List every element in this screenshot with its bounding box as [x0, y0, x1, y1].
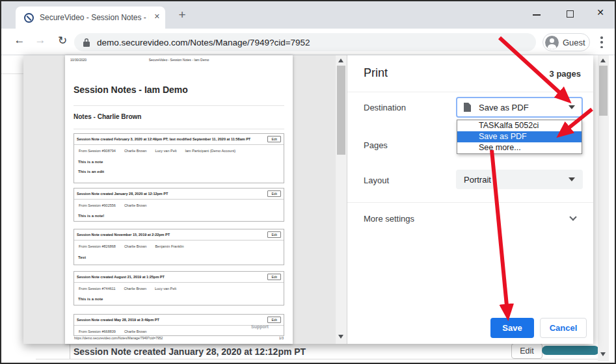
dialog-divider — [347, 202, 593, 203]
paper-footer-page-number: 1/3 — [279, 336, 284, 340]
more-settings[interactable]: More settings — [364, 214, 414, 224]
new-tab-button[interactable]: + — [174, 8, 190, 23]
note-header: Session Note created May 28, 2019 at 3:4… — [77, 318, 159, 322]
destination-menu: TASKalfa 5052ci Save as PDF See more... — [457, 120, 582, 154]
support-widget[interactable] — [542, 346, 599, 355]
reload-icon[interactable]: ↻ — [55, 34, 70, 47]
layout-label: Layout — [364, 176, 389, 185]
dialog-title: Print — [364, 66, 388, 80]
window-close-icon[interactable]: ✕ — [591, 7, 610, 18]
note-edit-button: Edit — [267, 317, 281, 323]
profile-chip[interactable]: Guest — [542, 33, 590, 51]
note-meta: Charlie Brown — [124, 149, 147, 153]
caret-down-icon — [569, 177, 575, 181]
page-panel-border — [70, 344, 70, 359]
pages-label: Pages — [364, 140, 388, 150]
menu-item-printer[interactable]: TASKalfa 5052ci — [457, 120, 582, 131]
window-maximize-icon[interactable] — [567, 10, 574, 18]
note-body: This is a note — [74, 297, 284, 301]
profile-label: Guest — [563, 38, 585, 47]
note-header: Session Note created August 21, 2019 at … — [77, 275, 165, 279]
page-divider — [1, 73, 25, 74]
scroll-up-icon[interactable] — [600, 58, 606, 62]
preview-paper: 10/30/2020 SecureVideo - Session Notes -… — [65, 55, 293, 344]
note-meta: Charlie Brown — [124, 330, 147, 333]
window-minimize-icon[interactable] — [533, 14, 541, 16]
browser-toolbar: ← → ↻ demo.securevideo.com/Notes/Manage/… — [1, 29, 615, 55]
note-card: Session Note created November 15, 2019 a… — [74, 229, 284, 265]
cancel-button[interactable]: Cancel — [540, 318, 587, 338]
paper-header-title: SecureVideo - Session Notes - Iam Demo — [65, 58, 293, 62]
dialog-divider — [347, 92, 593, 92]
page-edit-button[interactable]: Edit — [511, 343, 542, 359]
note-meta: Charlie Brown — [124, 244, 147, 248]
paper-section-title: Notes - Charlie Brown — [74, 113, 141, 120]
page-rule — [36, 359, 607, 359]
note-meta: Iam Participant (Demo Account) — [185, 149, 235, 153]
paper-title: Session Notes - Iam Demo — [74, 84, 188, 95]
note-edit-button: Edit — [267, 136, 281, 142]
securevideo-favicon-icon — [24, 13, 34, 23]
destination-label: Destination — [364, 103, 406, 112]
tab-title: SecureVideo - Session Notes - Ia — [40, 13, 149, 22]
preview-scrollbar-thumb[interactable] — [337, 66, 345, 155]
menu-item-see-more[interactable]: See more... — [457, 142, 582, 153]
preview-scrollbar[interactable] — [336, 55, 347, 344]
note-meta: From Session #908794 — [79, 149, 116, 153]
menu-item-save-as-pdf[interactable]: Save as PDF — [457, 131, 582, 142]
paper-divider — [74, 105, 284, 106]
back-icon[interactable]: ← — [12, 34, 27, 47]
caret-down-icon — [569, 105, 575, 109]
note-body: This is a note — [74, 160, 284, 164]
url-text: demo.securevideo.com/Notes/Manage/7949?c… — [97, 38, 310, 47]
print-dialog: Print 3 pages Destination Save as PDF TA… — [347, 55, 593, 344]
note-body: This is a note! — [74, 214, 284, 218]
address-bar[interactable]: demo.securevideo.com/Notes/Manage/7949?c… — [74, 33, 536, 51]
note-body: Test — [74, 255, 284, 259]
note-meta: From Session #668839 — [79, 330, 116, 333]
note-card: Session Note created February 3, 2020 at… — [74, 133, 284, 183]
scroll-down-icon[interactable] — [338, 335, 343, 339]
scroll-up-icon[interactable] — [338, 58, 343, 62]
note-edit-button: Edit — [267, 190, 281, 197]
paper-divider — [74, 129, 284, 129]
browser-menu-icon[interactable] — [596, 36, 607, 49]
avatar-icon — [545, 36, 559, 49]
note-header: Session Note created November 15, 2019 a… — [77, 233, 170, 237]
note-edit-button: Edit — [267, 274, 281, 280]
note-meta: Lucy van Pelt — [155, 287, 176, 291]
page-count: 3 pages — [550, 69, 581, 79]
layout-value: Portrait — [464, 175, 569, 185]
note-meta: Lucy van Pelt — [155, 149, 176, 153]
tab-strip: SecureVideo - Session Notes - Ia ✕ + ✕ — [1, 1, 615, 29]
paper-footer-url: https://demo.securevideo.com/Notes/Manag… — [74, 336, 163, 340]
note-meta: Charlie Brown — [124, 287, 146, 291]
pdf-file-icon — [464, 103, 471, 112]
note-header: Session Note created January 28, 2020 at… — [77, 192, 168, 196]
forward-icon: → — [33, 34, 48, 47]
note-meta: From Session #826868 — [79, 244, 116, 248]
note-meta: From Session #902556 — [79, 203, 116, 207]
page-note-heading: Session Note created January 28, 2020 at… — [74, 346, 306, 357]
lock-icon — [83, 38, 90, 47]
tab-close-icon[interactable]: ✕ — [154, 12, 160, 21]
note-header: Session Note created February 3, 2020 at… — [77, 137, 250, 141]
note-meta: Charlie Brown — [124, 203, 147, 207]
destination-select[interactable]: Save as PDF — [456, 97, 583, 118]
note-card: Session Note created August 21, 2019 at … — [74, 271, 284, 306]
note-body: This is an edit — [74, 170, 284, 174]
scroll-down-icon[interactable] — [600, 352, 606, 356]
page-scrollbar[interactable] — [598, 55, 609, 361]
destination-value: Save as PDF — [479, 103, 569, 112]
paper-support-label: Support — [251, 324, 269, 329]
note-edit-button: Edit — [267, 231, 281, 238]
save-button[interactable]: Save — [490, 318, 534, 338]
page-scrollbar-thumb[interactable] — [599, 66, 608, 116]
layout-select[interactable]: Portrait — [456, 170, 583, 189]
chevron-down-icon[interactable] — [569, 213, 576, 220]
note-card: Session Note created January 28, 2020 at… — [74, 188, 284, 222]
note-meta: From Session #744611 — [79, 287, 115, 291]
note-meta: Benjamin Franklin — [155, 244, 183, 248]
browser-tab[interactable]: SecureVideo - Session Notes - Ia ✕ — [16, 6, 165, 29]
